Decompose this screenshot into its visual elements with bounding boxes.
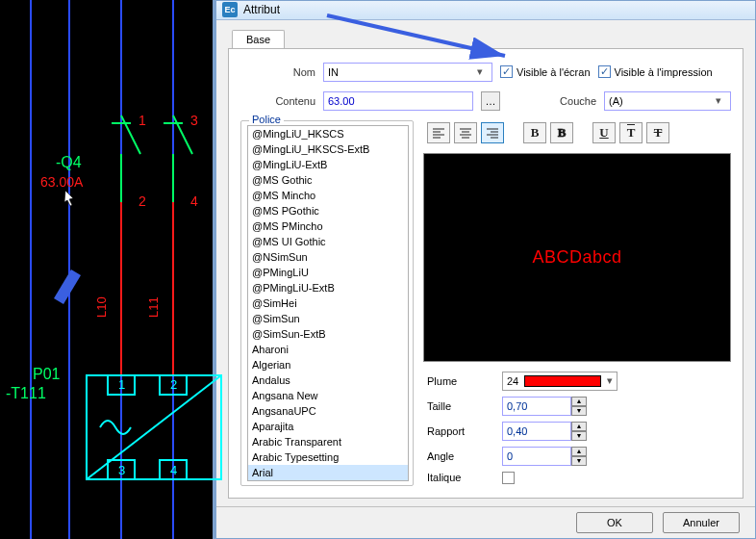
size-label: Taille <box>427 400 494 412</box>
font-option[interactable]: Andalus <box>248 372 408 388</box>
angle-input[interactable] <box>502 447 571 466</box>
font-option[interactable]: Arabic Transparent <box>248 434 408 449</box>
svg-text:3: 3 <box>190 113 198 128</box>
ratio-spinner[interactable]: ▲▼ <box>502 422 587 441</box>
font-option[interactable]: Algerian <box>248 357 408 372</box>
spin-down-icon[interactable]: ▼ <box>571 456 587 466</box>
tab-base[interactable]: Base <box>232 30 285 48</box>
font-legend: Police <box>249 114 284 125</box>
text-format-toolbar: B B U T T <box>423 120 731 145</box>
svg-text:2: 2 <box>170 377 177 392</box>
overline-button[interactable]: T <box>619 122 643 143</box>
bold-outline-button[interactable]: B <box>550 122 573 143</box>
chevron-down-icon: ▾ <box>711 94 726 107</box>
font-option[interactable]: @NSimSun <box>248 249 408 265</box>
svg-line-7 <box>173 116 192 154</box>
font-option[interactable]: @MS Gothic <box>248 172 408 188</box>
spin-up-icon[interactable]: ▲ <box>571 397 587 406</box>
svg-text:-T111: -T111 <box>6 385 46 401</box>
svg-text:2: 2 <box>139 193 146 209</box>
svg-text:P01: P01 <box>33 366 61 382</box>
name-value: IN <box>328 66 339 78</box>
font-list[interactable]: @MingLiU_HKSCS@MingLiU_HKSCS-ExtB@MingLi… <box>247 125 409 481</box>
size-spinner[interactable]: ▲▼ <box>502 397 587 416</box>
spin-down-icon[interactable]: ▼ <box>571 431 587 441</box>
font-option[interactable]: @SimSun <box>248 311 408 326</box>
pen-label: Plume <box>427 375 494 387</box>
cancel-button[interactable]: Annuler <box>663 512 740 533</box>
italic-checkbox[interactable] <box>502 472 515 484</box>
svg-text:-Q4: -Q4 <box>56 154 82 170</box>
attribute-dialog: Ec Attribut Base Nom IN ▾ <box>215 0 756 539</box>
font-group: Police @MingLiU_HKSCS@MingLiU_HKSCS-ExtB… <box>240 120 414 486</box>
titlebar[interactable]: Ec Attribut <box>216 1 755 20</box>
font-option[interactable]: @MS Mincho <box>248 188 408 203</box>
svg-text:63.00A: 63.00A <box>40 174 84 190</box>
visible-screen-label: Visible à l'écran <box>517 66 591 78</box>
size-input[interactable] <box>502 397 571 416</box>
angle-label: Angle <box>427 450 494 462</box>
svg-text:L11: L11 <box>146 296 161 318</box>
ratio-label: Rapport <box>427 425 494 437</box>
schematic-canvas[interactable]: 1 3 2 4 L10 L11 1 2 3 4 P01 -T111 -Q4 63… <box>0 0 215 539</box>
font-option[interactable]: @MingLiU_HKSCS-ExtB <box>248 141 408 157</box>
spin-up-icon[interactable]: ▲ <box>571 422 587 431</box>
font-option[interactable]: Arial <box>248 465 408 480</box>
ratio-input[interactable] <box>502 422 571 441</box>
chevron-down-icon: ▾ <box>472 65 488 78</box>
font-option[interactable]: @SimHei <box>248 295 408 311</box>
font-option[interactable]: @PMingLiU-ExtB <box>248 280 408 295</box>
layer-dropdown[interactable]: (A) ▾ <box>604 91 731 111</box>
font-option[interactable]: @MS UI Gothic <box>248 234 408 249</box>
content-label: Contenu <box>240 95 315 107</box>
font-option[interactable]: @SimSun-ExtB <box>248 326 408 342</box>
font-option[interactable]: @MS PMincho <box>248 218 408 234</box>
name-dropdown[interactable]: IN ▾ <box>323 63 492 82</box>
visible-print-checkbox[interactable]: ✓ Visible à l'impression <box>598 65 713 78</box>
dialog-footer: OK Annuler <box>216 506 755 538</box>
checkbox-checked-icon: ✓ <box>598 65 611 78</box>
font-option[interactable]: Aparajita <box>248 419 408 434</box>
layer-label: Couche <box>548 95 596 107</box>
content-input[interactable]: 63.00 <box>323 91 473 111</box>
visible-screen-checkbox[interactable]: ✓ Visible à l'écran <box>500 65 591 78</box>
svg-text:L10: L10 <box>94 296 109 318</box>
svg-text:3: 3 <box>118 463 125 477</box>
svg-text:4: 4 <box>190 193 198 209</box>
checkbox-checked-icon: ✓ <box>500 65 513 78</box>
spin-up-icon[interactable]: ▲ <box>571 447 587 456</box>
content-value: 63.00 <box>328 95 355 107</box>
bold-button[interactable]: B <box>523 122 546 143</box>
content-browse-button[interactable]: … <box>481 91 500 111</box>
spin-down-icon[interactable]: ▼ <box>571 406 587 416</box>
pen-color-swatch <box>524 375 601 387</box>
ok-button[interactable]: OK <box>576 512 653 533</box>
visible-print-label: Visible à l'impression <box>615 66 713 78</box>
chevron-down-icon: ▾ <box>607 374 613 387</box>
svg-text:4: 4 <box>170 463 177 477</box>
font-option[interactable]: Aharoni <box>248 342 408 357</box>
svg-line-4 <box>121 116 140 154</box>
underline-button[interactable]: U <box>592 122 616 143</box>
strikethrough-button[interactable]: T <box>646 122 669 143</box>
svg-marker-18 <box>54 270 81 304</box>
window-title: Attribut <box>243 3 280 16</box>
angle-spinner[interactable]: ▲▼ <box>502 447 587 466</box>
svg-text:1: 1 <box>118 377 125 392</box>
font-option[interactable]: AngsanaUPC <box>248 403 408 419</box>
layer-value: (A) <box>609 95 623 107</box>
italic-label: Italique <box>427 472 494 483</box>
align-right-button[interactable] <box>481 122 504 143</box>
svg-text:1: 1 <box>139 113 146 128</box>
font-option[interactable]: Angsana New <box>248 388 408 403</box>
align-left-button[interactable] <box>427 122 450 143</box>
font-option[interactable]: @MS PGothic <box>248 203 408 218</box>
font-preview: ABCDabcd <box>423 153 731 362</box>
font-option[interactable]: @PMingLiU <box>248 265 408 280</box>
font-option[interactable]: @MingLiU-ExtB <box>248 157 408 172</box>
pen-number: 24 <box>507 375 518 387</box>
align-center-button[interactable] <box>454 122 477 143</box>
font-option[interactable]: Arabic Typesetting <box>248 449 408 465</box>
font-option[interactable]: @MingLiU_HKSCS <box>248 126 408 141</box>
pen-dropdown[interactable]: 24 ▾ <box>502 372 617 391</box>
